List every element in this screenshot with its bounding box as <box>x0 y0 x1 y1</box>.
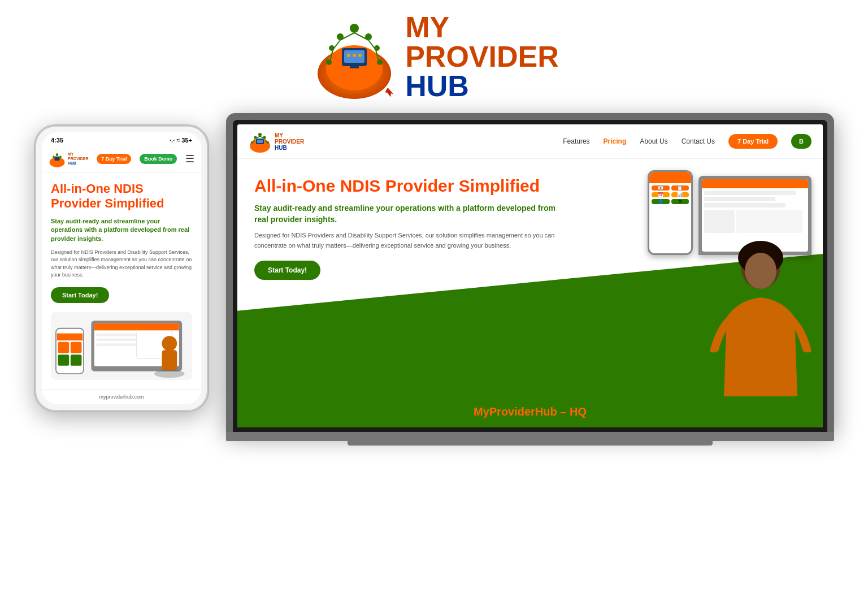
svg-rect-31 <box>94 323 179 331</box>
laptop-hero-description: Designed for NDIS Providers and Disabili… <box>254 231 558 250</box>
laptop-hero: All-in-One NDIS Provider Simplified Stay… <box>237 159 823 396</box>
phone-hero-title: All-in-One NDIS Provider Simplified <box>51 181 192 211</box>
nav-pricing[interactable]: Pricing <box>604 137 627 145</box>
laptop-bottom-title: MyProviderHub – HQ <box>474 405 587 418</box>
laptop-book-demo-button[interactable]: B <box>791 134 811 149</box>
svg-rect-32 <box>96 334 136 336</box>
laptop-keyboard-bump <box>348 441 713 446</box>
svg-point-7 <box>326 59 332 65</box>
nav-about[interactable]: About Us <box>640 137 667 145</box>
logo-my: MY <box>405 12 559 42</box>
logo-hub: HUB <box>405 71 559 101</box>
laptop-screen: MY PROVIDER HUB Features Pricing About U… <box>237 124 823 427</box>
phone-nav: MY PROVIDER HUB 7 Day Trial Book Demo ☰ <box>42 146 201 172</box>
svg-point-18 <box>347 54 350 57</box>
svg-point-43 <box>154 370 185 378</box>
logo-provider: PROVIDER <box>405 42 559 71</box>
laptop-bottom-section: MyProviderHub – HQ <box>237 396 823 427</box>
svg-point-20 <box>358 54 362 57</box>
laptop-nav-links: Features Pricing About Us Contact Us 7 D… <box>563 134 811 149</box>
laptop-screen-bezel: MY PROVIDER HUB Features Pricing About U… <box>233 120 827 432</box>
phone-url: myproviderhub.com <box>99 394 144 400</box>
phone-bottom-bar: myproviderhub.com <box>42 389 201 404</box>
phone-screen-preview <box>51 312 192 380</box>
laptop-nav: MY PROVIDER HUB Features Pricing About U… <box>237 124 823 159</box>
svg-point-60 <box>745 253 776 289</box>
svg-rect-57 <box>257 140 263 143</box>
logo-text: MY PROVIDER HUB <box>405 12 559 101</box>
phone-start-button[interactable]: Start Today! <box>51 287 109 303</box>
phone-logo-small: MY PROVIDER HUB <box>49 150 89 167</box>
svg-rect-38 <box>57 334 83 341</box>
preview-phone: 📧 📋 📅 📊 👤 ⚙ <box>648 170 693 255</box>
laptop-hero-subtitle: Stay audit-ready and streamline your ope… <box>254 203 558 225</box>
phone-inner: 4:35 ·.· ≈ 35+ <box>42 132 201 404</box>
phone-signal: ·.· ≈ 35+ <box>170 137 192 144</box>
laptop-container: MY PROVIDER HUB Features Pricing About U… <box>226 113 834 446</box>
phone-outer: 4:35 ·.· ≈ 35+ <box>34 124 209 412</box>
svg-point-23 <box>56 153 59 156</box>
svg-line-12 <box>368 40 376 50</box>
svg-point-44 <box>162 336 177 351</box>
phone-container: 4:35 ·.· ≈ 35+ <box>34 124 209 412</box>
logo-section: MY PROVIDER HUB <box>309 11 559 102</box>
laptop-start-button[interactable]: Start Today! <box>254 261 320 280</box>
phone-hero-subtitle: Stay audit-ready and streamline your ope… <box>51 217 192 243</box>
woman-figure <box>698 227 823 396</box>
logo-container: MY PROVIDER HUB <box>309 11 559 102</box>
phone-demo-button[interactable]: Book Demo <box>140 154 177 164</box>
laptop-trial-button[interactable]: 7 Day Trial <box>728 134 778 149</box>
phone-trial-button[interactable]: 7 Day Trial <box>97 154 131 164</box>
devices-section: 4:35 ·.· ≈ 35+ <box>0 113 868 446</box>
laptop-base <box>226 432 834 441</box>
svg-line-11 <box>333 40 340 50</box>
svg-point-47 <box>258 133 262 136</box>
svg-point-8 <box>377 59 383 65</box>
svg-marker-21 <box>384 87 394 98</box>
laptop-outer: MY PROVIDER HUB Features Pricing About U… <box>226 113 834 432</box>
svg-rect-41 <box>58 354 70 366</box>
phone-time: 4:35 <box>51 137 63 144</box>
phone-status-bar: 4:35 ·.· ≈ 35+ <box>42 132 201 146</box>
svg-rect-28 <box>55 157 60 161</box>
svg-rect-40 <box>71 342 82 353</box>
laptop-hero-title: All-in-One NDIS Provider Simplified <box>254 176 558 196</box>
phone-content: All-in-One NDIS Provider Simplified Stay… <box>42 172 201 389</box>
svg-point-2 <box>350 24 359 33</box>
laptop-logo: MY PROVIDER HUB <box>249 130 304 153</box>
logo-icon <box>309 11 400 102</box>
nav-features[interactable]: Features <box>563 137 589 145</box>
phone-hero-description: Designed for NDIS Providers and Disabili… <box>51 249 192 279</box>
phone-menu-icon[interactable]: ☰ <box>185 153 194 165</box>
svg-point-19 <box>353 54 356 57</box>
laptop-hero-content: All-in-One NDIS Provider Simplified Stay… <box>254 176 558 280</box>
svg-rect-45 <box>162 350 177 370</box>
svg-rect-42 <box>71 354 82 366</box>
nav-contact[interactable]: Contact Us <box>682 137 715 145</box>
svg-rect-17 <box>350 66 359 68</box>
svg-rect-39 <box>58 342 70 353</box>
